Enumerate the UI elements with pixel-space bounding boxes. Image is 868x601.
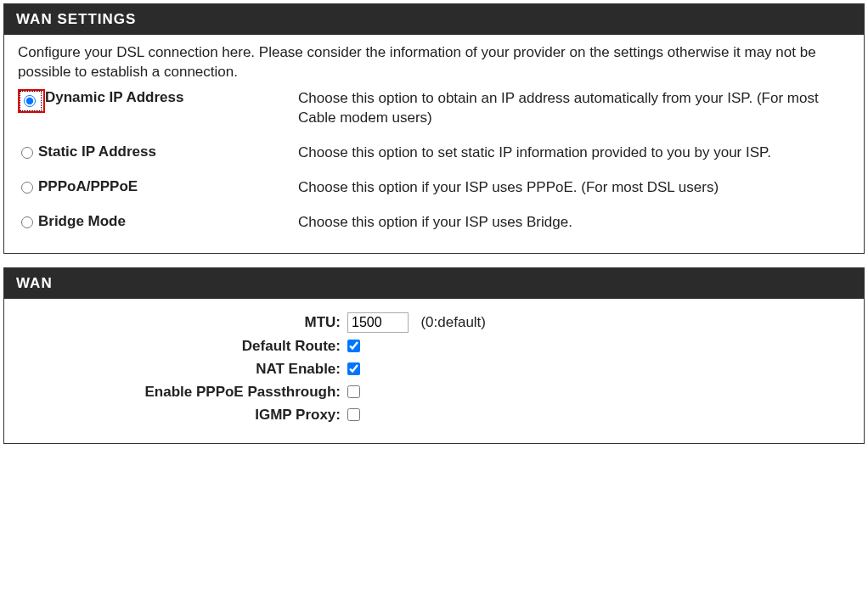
row-igmp-proxy: IGMP Proxy: (18, 407, 850, 424)
option-static-ip-left: Static IP Address (18, 143, 298, 160)
option-pppoa-pppoe-left: PPPoA/PPPoE (18, 178, 298, 195)
dotted-focus-box (20, 91, 42, 111)
label-pppoe-passthrough: Enable PPPoE Passthrough: (18, 384, 347, 401)
wan-settings-title: WAN SETTINGS (4, 4, 864, 35)
label-static-ip[interactable]: Static IP Address (38, 143, 156, 160)
row-mtu: MTU: (0:default) (18, 312, 850, 333)
field-pppoe-passthrough (347, 384, 360, 402)
checkbox-pppoe-passthrough[interactable] (347, 385, 360, 398)
wan-title: WAN (4, 268, 864, 299)
option-dynamic-ip-left: Dynamic IP Address (18, 89, 298, 113)
option-bridge-mode: Bridge Mode Choose this option if your I… (18, 213, 850, 233)
option-pppoa-pppoe: PPPoA/PPPoE Choose this option if your I… (18, 178, 850, 198)
label-dynamic-ip[interactable]: Dynamic IP Address (45, 89, 183, 106)
field-default-route (347, 338, 360, 356)
wan-settings-panel: WAN SETTINGS Configure your DSL connecti… (3, 3, 865, 254)
label-igmp-proxy: IGMP Proxy: (18, 407, 347, 424)
radio-dynamic-ip[interactable] (24, 95, 36, 107)
wan-panel: WAN MTU: (0:default) Default Route: NAT … (3, 267, 865, 444)
option-dynamic-ip: Dynamic IP Address Choose this option to… (18, 89, 850, 128)
row-nat-enable: NAT Enable: (18, 361, 850, 379)
wan-body: MTU: (0:default) Default Route: NAT Enab… (4, 299, 864, 443)
wan-settings-body: Configure your DSL connection here. Plea… (4, 35, 864, 253)
checkbox-igmp-proxy[interactable] (347, 408, 360, 421)
highlighted-radio-box (18, 89, 45, 113)
field-igmp-proxy (347, 407, 360, 424)
desc-pppoa-pppoe: Choose this option if your ISP uses PPPo… (298, 178, 850, 198)
radio-pppoa-pppoe[interactable] (21, 182, 33, 194)
label-pppoa-pppoe[interactable]: PPPoA/PPPoE (38, 178, 138, 195)
label-bridge-mode[interactable]: Bridge Mode (38, 213, 126, 230)
desc-dynamic-ip: Choose this option to obtain an IP addre… (298, 89, 850, 128)
checkbox-default-route[interactable] (347, 340, 360, 352)
checkbox-nat-enable[interactable] (347, 362, 360, 375)
option-static-ip: Static IP Address Choose this option to … (18, 143, 850, 163)
row-pppoe-passthrough: Enable PPPoE Passthrough: (18, 384, 850, 402)
radio-bridge-mode[interactable] (21, 216, 33, 228)
option-bridge-mode-left: Bridge Mode (18, 213, 298, 230)
input-mtu[interactable] (347, 312, 409, 333)
desc-static-ip: Choose this option to set static IP info… (298, 143, 850, 163)
wan-settings-intro: Configure your DSL connection here. Plea… (18, 43, 850, 82)
desc-bridge-mode: Choose this option if your ISP uses Brid… (298, 213, 850, 233)
radio-static-ip[interactable] (21, 147, 33, 159)
label-nat-enable: NAT Enable: (18, 361, 347, 378)
row-default-route: Default Route: (18, 338, 850, 356)
label-mtu: MTU: (18, 314, 347, 331)
field-nat-enable (347, 361, 360, 379)
field-mtu: (0:default) (347, 312, 486, 333)
label-default-route: Default Route: (18, 338, 347, 355)
hint-mtu: (0:default) (420, 314, 486, 330)
